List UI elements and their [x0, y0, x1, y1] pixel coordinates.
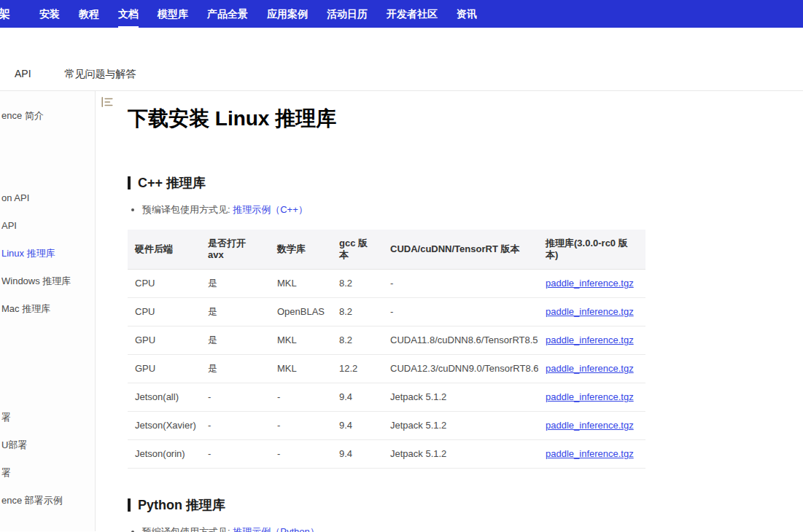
topnav-item-3[interactable]: 模型库 — [158, 0, 188, 28]
main-content: 下载安装 Linux 推理库 C++ 推理库 预编译包使用方式见: 推理示例（C… — [96, 91, 803, 531]
table-cell: paddle_inference.tgz — [538, 440, 645, 469]
toc-toggle-icon[interactable] — [101, 95, 114, 109]
table-cell: Jetson(Xavier) — [128, 412, 201, 440]
heading-bar — [128, 176, 131, 189]
section-heading-python: Python 推理库 — [128, 496, 803, 514]
cpp-table-body: CPU是MKL8.2-paddle_inference.tgzCPU是OpenB… — [128, 270, 645, 469]
logo-partial[interactable]: 架 — [0, 7, 15, 22]
table-cell: Jetpack 5.1.2 — [383, 440, 538, 469]
table-cell: - — [201, 383, 270, 412]
table-cell: paddle_inference.tgz — [538, 298, 645, 326]
topnav-item-8[interactable]: 资讯 — [457, 0, 477, 28]
table-row: Jetson(orin)--9.4Jetpack 5.1.2paddle_inf… — [128, 440, 645, 469]
topnav-menu: 安装教程文档模型库产品全景应用案例活动日历开发者社区资讯 — [39, 0, 477, 28]
tab-faq[interactable]: 常见问题与解答 — [65, 68, 136, 81]
topnav-item-0[interactable]: 安装 — [39, 0, 60, 28]
sidebar-item-deploy-3[interactable]: 署 — [1, 466, 95, 480]
table-cell: 是 — [201, 298, 270, 326]
table-cell: 9.4 — [332, 412, 383, 440]
cpp-example-link[interactable]: 推理示例（C++） — [233, 204, 308, 215]
table-cell: CUDA12.3/cuDNN9.0/TensorRT8.6 — [383, 355, 538, 383]
download-link[interactable]: paddle_inference.tgz — [546, 278, 634, 289]
subnav-tabs: API 常见问题与解答 — [15, 68, 136, 81]
table-cell: 9.4 — [332, 383, 383, 412]
download-link[interactable]: paddle_inference.tgz — [546, 391, 634, 402]
topnav-item-7[interactable]: 开发者社区 — [387, 0, 438, 28]
sidebar-item-deploy-1[interactable]: 署 — [1, 410, 95, 425]
table-cell: Jetson(orin) — [128, 440, 201, 469]
top-navbar: 架 安装教程文档模型库产品全景应用案例活动日历开发者社区资讯 — [0, 0, 803, 28]
column-header: 推理库(3.0.0-rc0 版本) — [538, 230, 645, 270]
sidebar-item-windows-inference[interactable]: Windows 推理库 — [1, 274, 95, 289]
sidebar-item-deploy-2[interactable]: U部署 — [1, 438, 95, 453]
table-cell: - — [270, 440, 332, 469]
sidebar-item-python-api[interactable]: on API — [1, 191, 95, 206]
cpp-inference-table: 硬件后端是否打开 avx数学库gcc 版本CUDA/cuDNN/TensorRT… — [128, 230, 645, 469]
cpp-table-head-row: 硬件后端是否打开 avx数学库gcc 版本CUDA/cuDNN/TensorRT… — [128, 230, 645, 270]
sidebar: ence 简介 on API API Linux 推理库 Windows 推理库… — [0, 91, 96, 531]
table-cell: - — [201, 412, 270, 440]
sidebar-item-mac-inference[interactable]: Mac 推理库 — [1, 302, 95, 316]
table-cell: paddle_inference.tgz — [538, 270, 645, 298]
page-title: 下载安装 Linux 推理库 — [128, 104, 803, 133]
download-link[interactable]: paddle_inference.tgz — [546, 420, 634, 431]
table-cell: CPU — [128, 298, 201, 326]
table-cell: paddle_inference.tgz — [538, 412, 645, 440]
table-cell: paddle_inference.tgz — [538, 355, 645, 383]
cpp-note-list: 预编译包使用方式见: 推理示例（C++） — [131, 203, 803, 216]
download-link[interactable]: paddle_inference.tgz — [546, 306, 634, 317]
table-cell: - — [201, 440, 270, 469]
table-row: CPU是MKL8.2-paddle_inference.tgz — [128, 270, 645, 298]
table-cell: 9.4 — [332, 440, 383, 469]
table-cell: 8.2 — [332, 326, 383, 355]
sidebar-item-inference-intro[interactable]: ence 简介 — [1, 109, 95, 123]
tab-api[interactable]: API — [15, 68, 31, 81]
topnav-item-2[interactable]: 文档 — [118, 0, 139, 28]
heading-bar — [128, 498, 131, 512]
python-example-link[interactable]: 推理示例（Python） — [233, 526, 319, 532]
python-note-item: 预编译包使用方式见: 推理示例（Python） — [142, 525, 803, 532]
table-cell: 8.2 — [332, 298, 383, 326]
python-note-prefix: 预编译包使用方式见: — [142, 526, 233, 532]
table-cell: OpenBLAS — [270, 298, 332, 326]
topnav-item-1[interactable]: 教程 — [79, 0, 99, 28]
section-python: Python 推理库 预编译包使用方式见: 推理示例（Python） — [128, 496, 803, 532]
sidebar-item-linux-inference[interactable]: Linux 推理库 — [1, 246, 95, 261]
download-link[interactable]: paddle_inference.tgz — [546, 448, 634, 459]
download-link[interactable]: paddle_inference.tgz — [546, 363, 634, 374]
column-header: 是否打开 avx — [201, 230, 270, 270]
table-cell: - — [270, 383, 332, 412]
column-header: 硬件后端 — [128, 230, 201, 270]
table-cell: - — [383, 298, 538, 326]
section-heading-text: C++ 推理库 — [138, 174, 206, 192]
main-wrap: ence 简介 on API API Linux 推理库 Windows 推理库… — [0, 91, 803, 531]
section-cpp: C++ 推理库 预编译包使用方式见: 推理示例（C++） 硬件后端是否打开 av… — [128, 174, 803, 469]
table-row: Jetson(all)--9.4Jetpack 5.1.2paddle_infe… — [128, 383, 645, 412]
table-cell: - — [383, 270, 538, 298]
table-cell: CUDA11.8/cuDNN8.6/TensorRT8.5 — [383, 326, 538, 355]
table-cell: MKL — [270, 326, 332, 355]
download-link[interactable]: paddle_inference.tgz — [546, 335, 634, 345]
table-cell: - — [270, 412, 332, 440]
table-cell: paddle_inference.tgz — [538, 326, 645, 355]
table-row: GPU是MKL12.2CUDA12.3/cuDNN9.0/TensorRT8.6… — [128, 355, 645, 383]
cpp-note-prefix: 预编译包使用方式见: — [142, 204, 233, 215]
topnav-item-6[interactable]: 活动日历 — [327, 0, 368, 28]
table-cell: MKL — [270, 270, 332, 298]
sidebar-item-inference-examples[interactable]: ence 部署示例 — [1, 493, 95, 508]
topnav-item-5[interactable]: 应用案例 — [267, 0, 308, 28]
table-row: Jetson(Xavier)--9.4Jetpack 5.1.2paddle_i… — [128, 412, 645, 440]
table-cell: 8.2 — [332, 270, 383, 298]
table-cell: MKL — [270, 355, 332, 383]
sub-header: API 常见问题与解答 — [0, 28, 803, 91]
table-cell: 是 — [201, 270, 270, 298]
python-note-list: 预编译包使用方式见: 推理示例（Python） — [131, 525, 803, 532]
page: { "colors": { "nav_blue": "#2733d2", "li… — [0, 0, 803, 532]
table-cell: Jetpack 5.1.2 — [383, 383, 538, 412]
table-cell: Jetpack 5.1.2 — [383, 412, 538, 440]
table-cell: 是 — [201, 326, 270, 355]
sidebar-item-api[interactable]: API — [1, 219, 95, 233]
table-cell: paddle_inference.tgz — [538, 383, 645, 412]
topnav-item-4[interactable]: 产品全景 — [207, 0, 248, 28]
table-row: CPU是OpenBLAS8.2-paddle_inference.tgz — [128, 298, 645, 326]
